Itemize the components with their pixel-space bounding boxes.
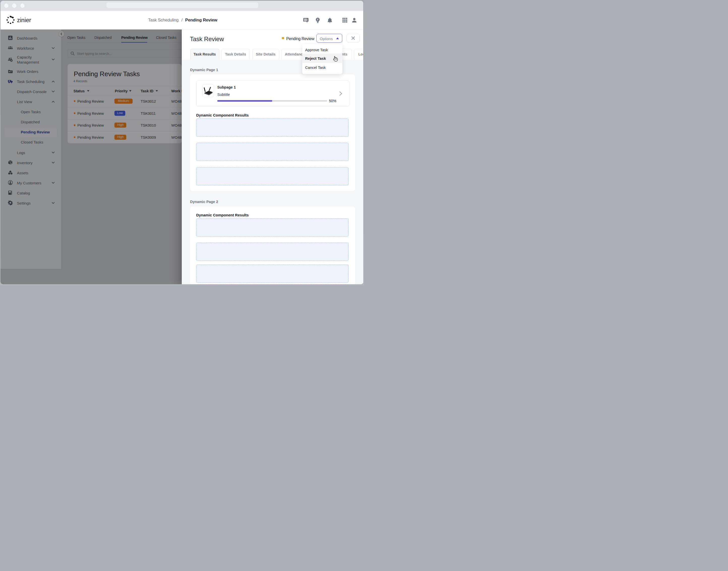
svg-text:zinier: zinier <box>17 17 31 23</box>
